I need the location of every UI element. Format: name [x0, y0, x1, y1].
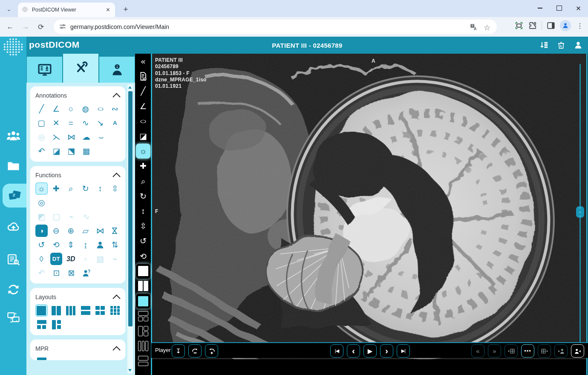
- fn-reset-window-level[interactable]: ⟲: [50, 239, 63, 251]
- tool-circle-hatched[interactable]: ◍: [80, 103, 92, 115]
- bookmark-star-icon[interactable]: ☆: [484, 23, 492, 31]
- collapse-chevron-icon[interactable]: [112, 294, 120, 302]
- recycle-bin-button[interactable]: [556, 40, 567, 51]
- tab-search-button[interactable]: ⌄: [3, 3, 14, 14]
- tool-bisect-angle[interactable]: ⋋: [50, 131, 63, 143]
- fn-sort-images[interactable]: ⇅: [109, 239, 121, 251]
- tool-erase-all[interactable]: ⬔: [65, 145, 78, 157]
- tb-series-layout-1x1[interactable]: [136, 294, 150, 309]
- fn-export-image[interactable]: ⊡: [50, 267, 63, 279]
- layout-2x2[interactable]: [94, 304, 107, 317]
- fn-crop-rotate[interactable]: ▨: [94, 253, 107, 265]
- close-button[interactable]: ✕: [569, 0, 588, 16]
- layout-1left-2right[interactable]: [50, 318, 63, 331]
- sidebar-item-sync[interactable]: [0, 281, 26, 298]
- layout-3col[interactable]: [65, 304, 77, 317]
- slider-handle[interactable]: ⌃•⌄: [576, 206, 584, 218]
- tb-erase[interactable]: ◪: [136, 129, 150, 144]
- fn-flip-page[interactable]: ▱: [80, 225, 92, 237]
- sidebar-item-worklist[interactable]: [0, 251, 26, 268]
- scroll-down-icon[interactable]: [128, 369, 132, 372]
- tool-angle[interactable]: ∠: [50, 103, 63, 115]
- mpr-layout-1x1[interactable]: [35, 356, 48, 361]
- collapse-chevron-icon[interactable]: [112, 346, 120, 354]
- sidebar-item-patients[interactable]: [0, 127, 26, 144]
- tool-curve[interactable]: ⌣: [95, 131, 107, 143]
- tool-rectangle[interactable]: ▢: [35, 117, 48, 129]
- tb-magnify[interactable]: ⌕: [136, 174, 150, 189]
- previous-patient-button[interactable]: [554, 344, 568, 358]
- tab-close-icon[interactable]: ✕: [104, 6, 112, 14]
- tb-layout-3col[interactable]: [136, 339, 150, 354]
- tb-report[interactable]: [136, 69, 150, 84]
- tool-ellipse[interactable]: ○: [94, 103, 107, 115]
- tb-reset[interactable]: ↺: [136, 234, 150, 248]
- fn-window-level[interactable]: ☼: [35, 182, 48, 195]
- fn-patient-orientation[interactable]: [94, 239, 107, 251]
- fn-flip-horizontal[interactable]: ⋈: [94, 225, 107, 237]
- tb-layout-2row[interactable]: [136, 354, 150, 369]
- tb-angle[interactable]: ∠: [136, 99, 150, 114]
- browser-menu-icon[interactable]: ⋮: [575, 21, 585, 30]
- fn-lock-image[interactable]: ⊠: [65, 267, 78, 279]
- tb-rotate[interactable]: ↻: [136, 189, 150, 204]
- sidebar-item-viewer[interactable]: [3, 184, 26, 208]
- previous-image-button[interactable]: ‹: [347, 344, 360, 358]
- fn-expand-vertical[interactable]: ⇕: [65, 239, 77, 251]
- tb-layout-1x1-current[interactable]: [136, 264, 150, 279]
- reload-button[interactable]: ⟳: [34, 20, 48, 34]
- fn-bone[interactable]: ⌁: [65, 211, 78, 223]
- cine-save-button[interactable]: ↧: [172, 344, 185, 358]
- profile-avatar[interactable]: [560, 20, 571, 31]
- cine-slower-button[interactable]: [188, 344, 202, 358]
- site-settings-icon[interactable]: [59, 23, 66, 31]
- tb-pan[interactable]: ✚: [136, 159, 150, 173]
- more-series-button[interactable]: •••: [521, 344, 534, 358]
- sidebar-item-share[interactable]: [0, 309, 26, 326]
- capture-icon[interactable]: [514, 21, 524, 30]
- fn-zoom-out[interactable]: ⊖: [50, 225, 63, 237]
- scrollbar-thumb[interactable]: [128, 91, 133, 326]
- tb-layout-1left-2right[interactable]: [136, 323, 150, 338]
- tool-probe[interactable]: ◎: [35, 131, 48, 143]
- next-image-button[interactable]: ›: [380, 344, 393, 358]
- fn-collapse-vertical[interactable]: ↨: [80, 239, 92, 251]
- tb-layout-2col[interactable]: [136, 279, 150, 294]
- tool-erase[interactable]: ◪: [50, 145, 63, 157]
- extensions-icon[interactable]: [528, 21, 537, 30]
- back-button[interactable]: ←: [3, 20, 17, 34]
- tb-layout-1top-2bottom[interactable]: [136, 309, 150, 323]
- tb-ruler[interactable]: ╱: [136, 84, 150, 98]
- tool-polyline[interactable]: ∿: [80, 117, 92, 129]
- fn-bone-tools[interactable]: ⌁: [109, 253, 121, 265]
- tool-freehand-region[interactable]: ☁: [80, 131, 92, 143]
- previous-series-batch-button[interactable]: «: [471, 344, 484, 358]
- next-series-batch-button[interactable]: »: [488, 344, 501, 358]
- tb-scroll-vertical[interactable]: ↕: [136, 204, 150, 219]
- fn-flip-vertical[interactable]: ⋈: [109, 225, 121, 237]
- maximize-button[interactable]: [550, 0, 569, 16]
- last-image-button[interactable]: ▶|: [397, 344, 410, 358]
- collapse-chevron-icon[interactable]: [112, 93, 120, 101]
- fn-revert[interactable]: ↶: [35, 267, 48, 279]
- url-text[interactable]: germany.postdicom.com/Viewer/Main: [70, 23, 470, 30]
- address-bar[interactable]: germany.postdicom.com/Viewer/Main ☆: [54, 20, 497, 34]
- tb-ellipse[interactable]: ○: [136, 114, 150, 129]
- fn-rotate[interactable]: ↻: [80, 182, 92, 195]
- fn-tag[interactable]: ◊: [35, 253, 48, 265]
- fn-invert[interactable]: ◑: [35, 225, 48, 237]
- tb-reset-window-level[interactable]: ⟲: [136, 248, 150, 263]
- tool-cobb-angle[interactable]: ✕: [50, 117, 63, 129]
- tool-arrow[interactable]: ↘: [94, 117, 107, 129]
- layout-2row[interactable]: [80, 304, 92, 317]
- tool-text[interactable]: A: [109, 117, 121, 129]
- fn-3d-view[interactable]: 3D: [65, 253, 77, 265]
- next-patient-button[interactable]: [571, 344, 584, 358]
- tool-undo[interactable]: ↶: [35, 145, 48, 157]
- fn-freehand-shutter[interactable]: ∿: [80, 211, 92, 223]
- fn-dicom-tags[interactable]: DT: [50, 253, 63, 265]
- tab-tools[interactable]: [63, 54, 98, 83]
- fn-select-region[interactable]: ▫: [80, 253, 92, 265]
- previous-series-grid-button[interactable]: [504, 344, 518, 358]
- fn-localizer[interactable]: ◎: [35, 196, 48, 209]
